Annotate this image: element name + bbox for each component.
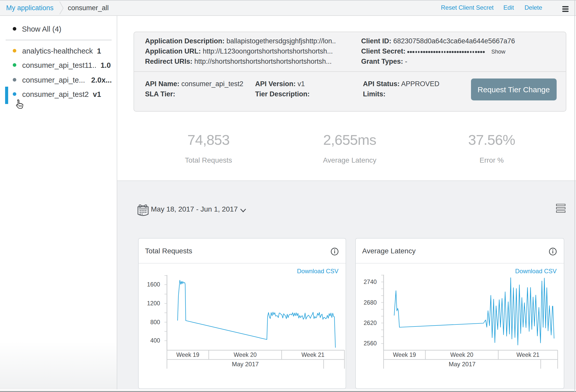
svg-text:Week 21: Week 21 <box>516 351 539 358</box>
svg-text:Week 20: Week 20 <box>450 351 473 358</box>
svg-text:800: 800 <box>150 319 160 325</box>
svg-text:2620: 2620 <box>364 319 377 326</box>
svg-text:Week 20: Week 20 <box>234 351 257 358</box>
svg-text:2680: 2680 <box>364 299 377 306</box>
svg-text:2740: 2740 <box>364 278 377 285</box>
svg-text:2560: 2560 <box>364 340 377 346</box>
svg-text:Week 19: Week 19 <box>176 351 199 358</box>
svg-text:Week 19: Week 19 <box>393 351 416 358</box>
svg-text:May 2017: May 2017 <box>232 360 259 367</box>
svg-text:1600: 1600 <box>147 281 160 288</box>
svg-text:1200: 1200 <box>147 300 160 306</box>
svg-text:400: 400 <box>150 337 160 344</box>
svg-text:May 2017: May 2017 <box>449 360 475 367</box>
svg-text:Week 21: Week 21 <box>302 351 324 358</box>
